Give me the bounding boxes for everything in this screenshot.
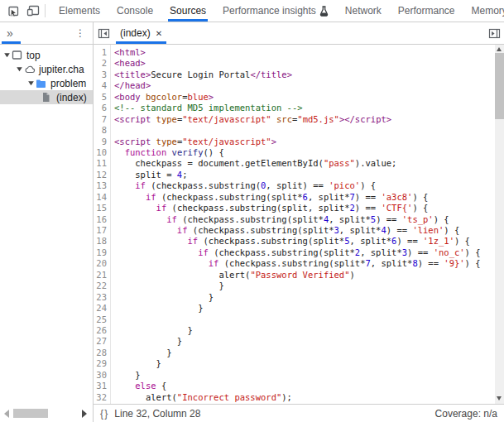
token-default_text: [114, 247, 198, 257]
scroll-right-icon[interactable]: [82, 410, 87, 418]
line-number[interactable]: 29: [94, 358, 107, 369]
token-default_text: alert(: [114, 392, 177, 402]
token-default_text: (checkpass.substring(: [146, 180, 261, 190]
scrollbar-thumb[interactable]: [495, 53, 504, 119]
token-default_text: [114, 236, 188, 246]
line-number[interactable]: 25: [94, 314, 107, 325]
line-number[interactable]: 15: [94, 203, 107, 213]
line-number[interactable]: 11: [94, 158, 107, 169]
line-number[interactable]: 32: [94, 392, 107, 403]
expander-icon[interactable]: [2, 51, 12, 59]
token-default_text: (checkpass.substring(split*: [209, 247, 355, 257]
scroll-down-icon[interactable]: [497, 396, 502, 400]
close-icon[interactable]: ✕: [156, 29, 162, 38]
expander-icon[interactable]: [15, 65, 24, 73]
pretty-print-button[interactable]: { }: [100, 408, 107, 420]
line-number[interactable]: 26: [94, 325, 107, 336]
line-number[interactable]: 1: [94, 47, 107, 58]
line-number[interactable]: 13: [94, 180, 107, 191]
scroll-up-icon[interactable]: [497, 47, 502, 51]
token-default_text: (checkpass.substring(split*: [177, 214, 324, 224]
token-keyword: if: [209, 258, 219, 268]
tree-item-index[interactable]: (index): [0, 90, 93, 104]
line-number[interactable]: 27: [94, 336, 107, 347]
tree-item-label: top: [26, 50, 41, 61]
line-number[interactable]: 4: [94, 80, 107, 91]
tab-strip-spacer: [169, 22, 484, 44]
line-number[interactable]: 9: [94, 137, 107, 147]
line-number[interactable]: 21: [94, 270, 107, 281]
token-default_text: , split*: [329, 214, 371, 224]
token-default_text: ) {: [444, 225, 459, 235]
line-number[interactable]: 28: [94, 348, 107, 358]
line-number[interactable]: 18: [94, 236, 107, 247]
folder-icon: [36, 78, 48, 89]
line-number[interactable]: 24: [94, 303, 107, 314]
sidebar-horizontal-scrollbar[interactable]: [0, 406, 93, 420]
token-default_text: , split*: [339, 225, 382, 235]
tab-performance-insights[interactable]: Performance insights: [214, 0, 337, 22]
token-string: blue: [188, 92, 209, 102]
line-number[interactable]: 2: [94, 58, 107, 69]
line-number[interactable]: 8: [94, 125, 107, 136]
tree-item-top[interactable]: top: [0, 48, 93, 62]
line-number[interactable]: 6: [94, 103, 107, 113]
line-number[interactable]: 19: [94, 247, 107, 258]
tab-elements[interactable]: Elements: [50, 0, 108, 22]
line-number[interactable]: 23: [94, 292, 107, 303]
line-number[interactable]: 20: [94, 258, 107, 269]
tab-performance[interactable]: Performance: [390, 0, 463, 22]
code-editor[interactable]: 1234567891011121314151617181920212223242…: [94, 45, 504, 404]
code-line: }: [114, 348, 504, 358]
token-default_text: ) {: [465, 247, 481, 257]
scroll-left-icon[interactable]: [4, 410, 9, 418]
line-number[interactable]: 16: [94, 214, 107, 225]
hide-navigator-icon[interactable]: [94, 22, 113, 44]
vertical-scrollbar[interactable]: [495, 45, 504, 404]
show-debugger-pane-icon[interactable]: [484, 22, 504, 44]
code-line: </head>: [114, 80, 504, 91]
token-default_text: ) {: [465, 258, 481, 268]
token-comment: <!-- standard MD5 implementation -->: [114, 103, 303, 113]
line-number[interactable]: 30: [94, 370, 107, 381]
line-number[interactable]: 14: [94, 192, 107, 203]
device-toolbar-icon[interactable]: [23, 2, 42, 20]
tree-item-problem[interactable]: problem: [0, 76, 93, 90]
sources-subbar: » ⋮ (index) ✕: [0, 22, 504, 45]
code-line: if (checkpass.substring(split*5, split*6…: [114, 236, 504, 247]
code-content[interactable]: <html><head><title>Secure Login Portal</…: [111, 45, 504, 404]
more-panels-button[interactable]: »: [0, 26, 13, 40]
tab-network[interactable]: Network: [337, 0, 390, 22]
token-default_text: ) {: [360, 180, 376, 190]
scrollbar-thumb[interactable]: [13, 409, 48, 418]
token-string: 'pico': [329, 180, 360, 190]
line-number[interactable]: 3: [94, 70, 107, 80]
expander-icon[interactable]: [26, 79, 36, 87]
line-number[interactable]: 12: [94, 170, 107, 180]
tree-item-jupiter-cha[interactable]: jupiter.cha: [0, 62, 93, 76]
tab-console[interactable]: Console: [108, 0, 161, 22]
code-line: <script type="text/javascript" src="md5.…: [114, 114, 504, 125]
tab-sources[interactable]: Sources: [161, 0, 214, 22]
file-tab-index[interactable]: (index) ✕: [113, 22, 169, 44]
cursor-position-label: Line 32, Column 28: [114, 408, 200, 420]
token-attribute: type: [156, 114, 177, 124]
token-default_text: (checkpass.substring(split*: [188, 225, 334, 235]
token-string: "Password Verified": [250, 270, 349, 280]
token-default_text: ) {: [412, 192, 428, 202]
line-number[interactable]: 31: [94, 381, 107, 391]
inspect-element-icon[interactable]: [4, 2, 23, 20]
tab-memory[interactable]: Memory: [463, 0, 504, 22]
code-line: else {: [114, 381, 504, 391]
line-number[interactable]: 17: [94, 225, 107, 236]
line-number[interactable]: 10: [94, 147, 107, 158]
code-line: <html>: [114, 47, 504, 58]
token-default_text: ) ==: [355, 203, 382, 213]
line-number[interactable]: 22: [94, 281, 107, 291]
navigator-sidebar: topjupiter.chaproblem(index): [0, 45, 94, 422]
tab-label: Sources: [170, 5, 206, 17]
kebab-menu-icon[interactable]: ⋮: [75, 27, 93, 39]
line-number[interactable]: 7: [94, 114, 107, 125]
code-line: <head>: [114, 58, 504, 69]
line-number[interactable]: 5: [94, 92, 107, 103]
